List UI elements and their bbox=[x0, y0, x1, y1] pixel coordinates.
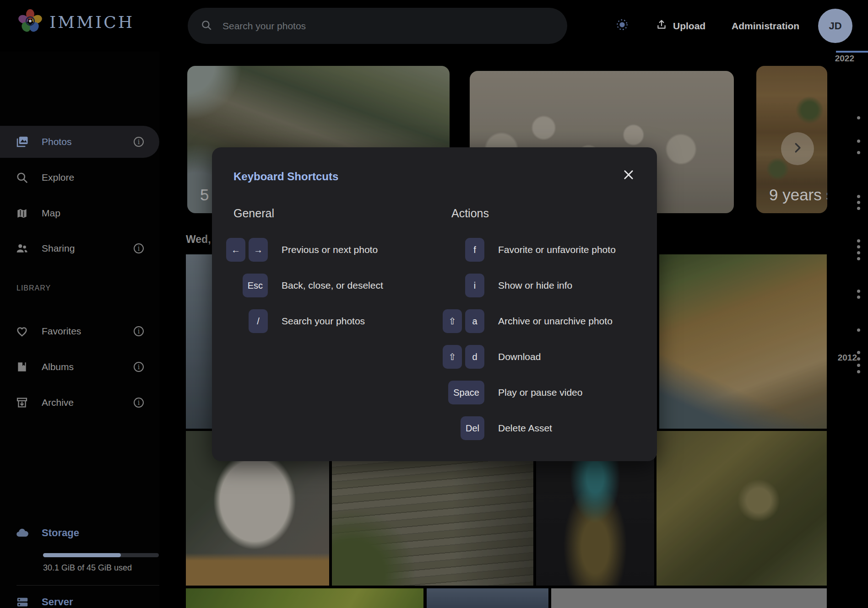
shortcut-row: / Search your photos bbox=[228, 303, 424, 339]
shortcut-row: f Favorite or unfavorite photo bbox=[427, 232, 642, 268]
shortcut-row: ⇧ a Archive or unarchive photo bbox=[427, 303, 642, 339]
modal-close-button[interactable] bbox=[619, 167, 638, 185]
shortcut-row: Del Delete Asset bbox=[427, 410, 642, 446]
close-x-icon bbox=[622, 168, 635, 183]
immich-app: IMMICH bbox=[0, 0, 868, 608]
shortcut-row: ⇧ d Download bbox=[427, 339, 642, 375]
keycap-f: f bbox=[465, 238, 484, 262]
keycap-shift: ⇧ bbox=[443, 345, 462, 369]
keycap-del: Del bbox=[461, 416, 484, 440]
shortcut-row: i Show or hide info bbox=[427, 268, 642, 303]
keycap-a: a bbox=[465, 309, 484, 333]
keycap-shift: ⇧ bbox=[443, 309, 462, 333]
shortcut-row: Space Play or pause video bbox=[427, 375, 642, 410]
keycap-d: d bbox=[465, 345, 484, 369]
modal-title: Keyboard Shortcuts bbox=[233, 170, 338, 183]
keycap-i: i bbox=[465, 274, 484, 297]
keycap-arrow-left: ← bbox=[226, 238, 245, 262]
keycap-arrow-right: → bbox=[249, 238, 268, 262]
keycap-slash: / bbox=[249, 309, 268, 333]
keycap-space: Space bbox=[448, 381, 484, 404]
shortcuts-general-column: General ← → Previous or next photo Esc B… bbox=[228, 207, 424, 339]
keycap-esc: Esc bbox=[243, 274, 268, 297]
keyboard-shortcuts-modal: Keyboard Shortcuts General ← → Previous … bbox=[212, 147, 657, 461]
shortcuts-actions-column: Actions f Favorite or unfavorite photo i… bbox=[427, 207, 642, 446]
shortcut-row: Esc Back, close, or deselect bbox=[228, 268, 424, 303]
general-section-heading: General bbox=[233, 207, 424, 220]
shortcut-row: ← → Previous or next photo bbox=[228, 232, 424, 268]
actions-section-heading: Actions bbox=[451, 207, 642, 220]
